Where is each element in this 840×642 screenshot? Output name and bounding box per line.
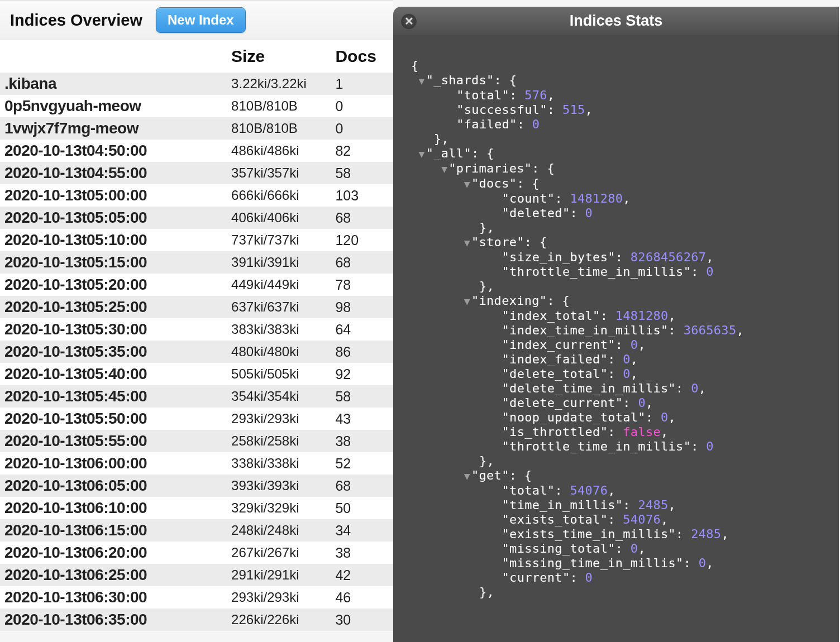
- index-name[interactable]: 2020-10-13t05:05:00: [0, 207, 231, 229]
- index-docs: 120: [335, 229, 393, 251]
- table-row[interactable]: 2020-10-13t05:30:00383ki/383ki64: [0, 318, 393, 341]
- chevron-down-icon[interactable]: ▼: [419, 147, 425, 161]
- index-name[interactable]: 2020-10-13t05:25:00: [0, 296, 231, 318]
- col-size[interactable]: Size: [231, 40, 335, 73]
- table-row[interactable]: 0p5nvgyuah-meow810B/810B0: [0, 95, 393, 117]
- table-row[interactable]: 2020-10-13t05:35:00480ki/480ki86: [0, 341, 393, 363]
- json-line: "deleted": 0: [411, 206, 839, 221]
- index-name[interactable]: 2020-10-13t06:35:00: [0, 609, 231, 631]
- index-size: 449ki/449ki: [231, 274, 335, 296]
- index-name[interactable]: 2020-10-13t06:20:00: [0, 542, 231, 564]
- index-docs: 0: [335, 117, 393, 140]
- json-line: ▼"primaries": {: [411, 161, 839, 176]
- index-name[interactable]: 2020-10-13t05:40:00: [0, 363, 231, 385]
- json-line: "current": 0: [411, 571, 839, 585]
- index-name[interactable]: 2020-10-13t05:30:00: [0, 318, 231, 341]
- index-docs: 58: [335, 162, 393, 184]
- index-docs: 43: [335, 408, 393, 430]
- chevron-down-icon[interactable]: ▼: [464, 294, 470, 309]
- table-row[interactable]: 2020-10-13t06:25:00291ki/291ki42: [0, 564, 393, 586]
- table-row[interactable]: 2020-10-13t05:55:00258ki/258ki38: [0, 430, 393, 452]
- index-name[interactable]: 2020-10-13t06:00:00: [0, 452, 231, 475]
- index-name[interactable]: 2020-10-13t05:00:00: [0, 184, 231, 207]
- index-name[interactable]: 2020-10-13t06:30:00: [0, 586, 231, 609]
- index-size: 637ki/637ki: [231, 296, 335, 318]
- table-header: Size Docs: [0, 40, 393, 73]
- json-line: "total": 54076,: [411, 483, 839, 498]
- json-line: },: [411, 454, 839, 468]
- index-docs: 50: [335, 497, 393, 519]
- chevron-down-icon[interactable]: ▼: [464, 236, 470, 250]
- table-row[interactable]: 2020-10-13t05:00:00666ki/666ki103: [0, 184, 393, 207]
- table-row[interactable]: 2020-10-13t06:35:00226ki/226ki30: [0, 609, 393, 631]
- index-size: 393ki/393ki: [231, 475, 335, 497]
- json-line: "count": 1481280,: [411, 191, 839, 206]
- index-size: 291ki/291ki: [231, 564, 335, 586]
- index-size: 354ki/354ki: [231, 385, 335, 408]
- index-name[interactable]: 1vwjx7f7mg-meow: [0, 117, 231, 140]
- index-name[interactable]: 2020-10-13t04:50:00: [0, 140, 231, 162]
- index-name[interactable]: 2020-10-13t05:45:00: [0, 385, 231, 408]
- index-name[interactable]: 2020-10-13t05:35:00: [0, 341, 231, 363]
- json-line: "exists_time_in_millis": 2485,: [411, 527, 839, 542]
- col-name[interactable]: [0, 40, 231, 73]
- table-row[interactable]: 2020-10-13t06:10:00329ki/329ki50: [0, 497, 393, 519]
- overview-title: Indices Overview: [10, 11, 142, 30]
- chevron-down-icon[interactable]: ▼: [419, 74, 425, 88]
- table-row[interactable]: 1vwjx7f7mg-meow810B/810B0: [0, 117, 393, 140]
- chevron-down-icon[interactable]: ▼: [464, 469, 470, 483]
- table-row[interactable]: 2020-10-13t05:50:00293ki/293ki43: [0, 408, 393, 430]
- index-name[interactable]: 2020-10-13t05:20:00: [0, 274, 231, 296]
- table-row[interactable]: 2020-10-13t05:45:00354ki/354ki58: [0, 385, 393, 408]
- table-row[interactable]: 2020-10-13t05:15:00391ki/391ki68: [0, 251, 393, 274]
- json-line: "total": 576,: [411, 88, 839, 103]
- index-size: 293ki/293ki: [231, 586, 335, 609]
- index-docs: 52: [335, 452, 393, 475]
- index-docs: 68: [335, 207, 393, 229]
- index-name[interactable]: 2020-10-13t06:15:00: [0, 519, 231, 542]
- new-index-button[interactable]: New Index: [156, 7, 246, 33]
- indices-stats-panel: ✕ Indices Stats { ▼"_shards": { "total":…: [393, 7, 839, 642]
- index-name[interactable]: 2020-10-13t05:55:00: [0, 430, 231, 452]
- json-line: "throttle_time_in_millis": 0: [411, 439, 839, 454]
- table-row[interactable]: 2020-10-13t06:15:00248ki/248ki34: [0, 519, 393, 542]
- stats-json-body[interactable]: { ▼"_shards": { "total": 576, "successfu…: [393, 35, 839, 642]
- table-row[interactable]: 2020-10-13t06:00:00338ki/338ki52: [0, 452, 393, 475]
- json-line: "noop_update_total": 0,: [411, 410, 839, 425]
- stats-titlebar: ✕ Indices Stats: [393, 7, 839, 35]
- table-row[interactable]: 2020-10-13t05:40:00505ki/505ki92: [0, 363, 393, 385]
- col-docs[interactable]: Docs: [335, 40, 393, 73]
- close-icon[interactable]: ✕: [401, 13, 417, 29]
- table-row[interactable]: 2020-10-13t06:20:00267ki/267ki38: [0, 542, 393, 564]
- table-row[interactable]: 2020-10-13t04:50:00486ki/486ki82: [0, 140, 393, 162]
- index-docs: 86: [335, 341, 393, 363]
- index-size: 810B/810B: [231, 117, 335, 140]
- index-size: 737ki/737ki: [231, 229, 335, 251]
- chevron-down-icon[interactable]: ▼: [441, 162, 447, 176]
- table-row[interactable]: 2020-10-13t05:25:00637ki/637ki98: [0, 296, 393, 318]
- table-row[interactable]: 2020-10-13t05:10:00737ki/737ki120: [0, 229, 393, 251]
- table-row[interactable]: 2020-10-13t06:05:00393ki/393ki68: [0, 475, 393, 497]
- index-name[interactable]: 2020-10-13t04:55:00: [0, 162, 231, 184]
- index-name[interactable]: 2020-10-13t06:25:00: [0, 564, 231, 586]
- index-size: 226ki/226ki: [231, 609, 335, 631]
- index-name[interactable]: 2020-10-13t05:50:00: [0, 408, 231, 430]
- index-name[interactable]: 0p5nvgyuah-meow: [0, 95, 231, 117]
- index-size: 480ki/480ki: [231, 341, 335, 363]
- table-row[interactable]: 2020-10-13t06:30:00293ki/293ki46: [0, 586, 393, 609]
- table-row[interactable]: 2020-10-13t05:20:00449ki/449ki78: [0, 274, 393, 296]
- index-name[interactable]: 2020-10-13t06:05:00: [0, 475, 231, 497]
- json-line: "time_in_millis": 2485,: [411, 498, 839, 512]
- table-row[interactable]: 2020-10-13t04:55:00357ki/357ki58: [0, 162, 393, 184]
- index-size: 267ki/267ki: [231, 542, 335, 564]
- chevron-down-icon[interactable]: ▼: [464, 177, 470, 191]
- table-row[interactable]: .kibana3.22ki/3.22ki1: [0, 73, 393, 95]
- json-line: "delete_total": 0,: [411, 367, 839, 381]
- index-name[interactable]: 2020-10-13t05:15:00: [0, 251, 231, 274]
- index-name[interactable]: 2020-10-13t06:10:00: [0, 497, 231, 519]
- index-size: 338ki/338ki: [231, 452, 335, 475]
- table-row[interactable]: 2020-10-13t05:05:00406ki/406ki68: [0, 207, 393, 229]
- json-line: "missing_total": 0,: [411, 542, 839, 556]
- index-name[interactable]: .kibana: [0, 73, 231, 95]
- index-name[interactable]: 2020-10-13t05:10:00: [0, 229, 231, 251]
